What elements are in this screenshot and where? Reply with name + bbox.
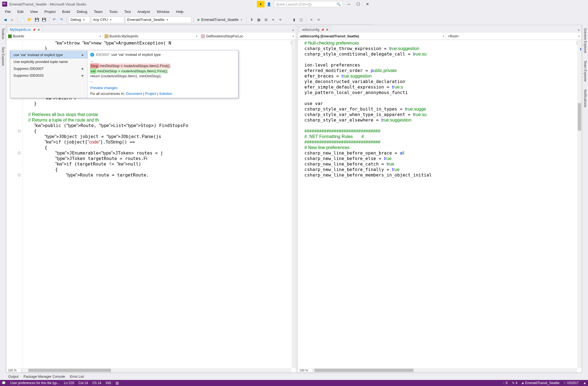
save-all-button[interactable]: 💾 bbox=[41, 17, 47, 23]
fix-document-link[interactable]: Document bbox=[126, 92, 142, 96]
quick-launch-input[interactable]: Quick Launch (Ctrl+Q) 🔍 bbox=[274, 1, 343, 7]
menu-build[interactable]: Build bbox=[59, 9, 73, 15]
open-file-button[interactable]: 📂 bbox=[27, 17, 33, 23]
minimize-button[interactable]: ─ bbox=[346, 1, 352, 7]
menu-help[interactable]: Help bbox=[173, 9, 186, 15]
toolbar-btn-3[interactable]: ⊞ bbox=[263, 17, 269, 23]
save-button[interactable]: 💾 bbox=[34, 17, 40, 23]
platform-dropdown[interactable]: Any CPU▼ bbox=[91, 16, 124, 23]
outline-collapse-icon[interactable]: − bbox=[18, 130, 20, 132]
quick-actions-popup: use 'var' instead of explicit type▶ Use … bbox=[10, 50, 238, 98]
diagnostic-text: use 'var' instead of explicit type bbox=[111, 53, 161, 57]
menu-project[interactable]: Project bbox=[42, 9, 58, 15]
right-nav-bar: .editorconfig (EmeraldTransit_Seattle)▾ … bbox=[298, 33, 372, 40]
pin-icon[interactable]: 📌 bbox=[321, 28, 324, 31]
redo-button[interactable]: ↷ bbox=[58, 17, 64, 23]
toolbar-btn-7[interactable]: ◫ bbox=[298, 17, 304, 23]
right-tab-row: .editorconfig 📌 ✕ ▾ bbox=[298, 25, 372, 33]
nav-file[interactable]: .editorconfig (EmeraldTransit_Seattle)▾ bbox=[298, 33, 372, 40]
start-button[interactable]: ▶EmeraldTransit_Seattle▾ bbox=[195, 16, 244, 23]
startup-dropdown[interactable]: EmeraldTransit_Seattle▼ bbox=[125, 16, 191, 23]
new-project-button[interactable]: 📄 bbox=[20, 17, 26, 23]
user-account-icon[interactable]: 👤 bbox=[266, 1, 272, 7]
preview-changes-link[interactable]: Preview changes bbox=[90, 86, 118, 90]
qa-item-suppress-33[interactable]: Suppress IDE0033▶ bbox=[10, 72, 87, 79]
diagnostic-id: IDE0007 bbox=[96, 53, 110, 57]
menu-bar: File Edit View Project Build Debug Team … bbox=[0, 8, 372, 15]
outline-collapse-icon[interactable]: − bbox=[18, 174, 20, 176]
tab-overflow-button[interactable]: ▾ bbox=[291, 27, 295, 33]
fix-solution-link[interactable]: Solution bbox=[159, 92, 172, 96]
nav-back-button[interactable]: ◀ bbox=[2, 17, 8, 23]
sidebar-toolbox[interactable]: Toolbox bbox=[1, 26, 6, 41]
vertical-scrollbar[interactable] bbox=[292, 40, 296, 244]
outline-collapse-icon[interactable]: − bbox=[18, 152, 20, 154]
menu-tools[interactable]: Tools bbox=[107, 9, 120, 15]
left-sidebar: Toolbox Test Explorer bbox=[0, 25, 6, 244]
nav-class[interactable]: BusInfo.MyStopInfo▾ bbox=[103, 33, 200, 40]
window-title: EmeraldTransit_Seattle - Microsoft Visua… bbox=[9, 2, 86, 6]
menu-debug[interactable]: Debug bbox=[74, 9, 90, 15]
nav-project[interactable]: BusInfo▾ bbox=[6, 33, 103, 40]
menu-edit[interactable]: Edit bbox=[15, 9, 26, 15]
menu-analyze[interactable]: Analyze bbox=[135, 9, 153, 15]
left-tab-row: MyStopInfo.cs 📌 ✕ ▾ bbox=[6, 25, 296, 33]
pin-icon[interactable]: 📌 bbox=[32, 28, 36, 31]
diff-preview: ... Stop minDistStop = routeAndStops.Ite… bbox=[90, 58, 235, 84]
info-icon: i bbox=[90, 53, 94, 57]
menu-window[interactable]: Window bbox=[154, 9, 172, 15]
notification-badge-icon[interactable] bbox=[257, 1, 265, 7]
right-editor-pane: .editorconfig 📌 ✕ ▾ .editorconfig (Emera… bbox=[298, 25, 372, 244]
nav-forward-button[interactable]: ▶ bbox=[9, 17, 15, 23]
right-code-editor[interactable]: # Null-checking preferences csharp_style… bbox=[298, 40, 372, 244]
toolbar-btn-8[interactable]: ≡ bbox=[308, 17, 314, 23]
toolbar-btn-9[interactable]: ≡ bbox=[315, 17, 322, 23]
toolbar-btn-6[interactable]: ▮ bbox=[291, 17, 297, 23]
qa-item-suppress-7[interactable]: Suppress IDE0007▶ bbox=[10, 65, 87, 72]
toolbar-btn-4[interactable]: ≡ bbox=[270, 17, 276, 23]
sidebar-test-explorer[interactable]: Test Explorer bbox=[1, 45, 6, 68]
toolbar-btn-2[interactable]: ▦ bbox=[256, 17, 262, 23]
close-tab-icon[interactable]: ✕ bbox=[37, 28, 40, 32]
toolbar-btn-5[interactable]: ≡ bbox=[277, 17, 283, 23]
vs-logo-icon bbox=[2, 2, 7, 7]
main-toolbar: ◀ ▶ 📄 📂 💾 💾 ↶ ↷ Debug▼ Any CPU▼ EmeraldT… bbox=[0, 15, 372, 24]
config-dropdown[interactable]: Debug▼ bbox=[69, 16, 90, 23]
left-nav-bar: BusInfo▾ BusInfo.MyStopInfo▾ GetRouteAnd… bbox=[6, 33, 296, 40]
nav-member[interactable]: GetRouteAndStopForLoc▾ bbox=[199, 33, 296, 40]
close-tab-icon[interactable]: ✕ bbox=[326, 28, 328, 32]
maximize-button[interactable]: ☐ bbox=[355, 1, 361, 7]
title-bar: EmeraldTransit_Seattle - Microsoft Visua… bbox=[0, 0, 372, 8]
menu-test[interactable]: Test bbox=[121, 9, 134, 15]
tab-editorconfig[interactable]: .editorconfig 📌 ✕ bbox=[299, 26, 331, 33]
close-button[interactable]: ✕ bbox=[365, 1, 370, 7]
menu-file[interactable]: File bbox=[2, 9, 13, 15]
menu-team[interactable]: Team bbox=[91, 9, 105, 15]
tab-mystopinfo[interactable]: MyStopInfo.cs 📌 ✕ bbox=[7, 26, 42, 33]
toolbar-btn-1[interactable]: ⬇ bbox=[249, 17, 255, 23]
menu-view[interactable]: View bbox=[27, 9, 40, 15]
undo-button[interactable]: ↶ bbox=[51, 17, 57, 23]
qa-item-use-var[interactable]: use 'var' instead of explicit type▶ bbox=[10, 51, 87, 58]
fix-all-row: Fix all occurrences in: Document | Proje… bbox=[90, 92, 235, 96]
quick-actions-menu: use 'var' instead of explicit type▶ Use … bbox=[10, 50, 88, 98]
quick-actions-preview: i IDE0007 use 'var' instead of explicit … bbox=[88, 50, 238, 98]
quick-launch-placeholder: Quick Launch (Ctrl+Q) bbox=[276, 2, 312, 6]
qa-item-tuple-name[interactable]: Use explicitly provided tuple name bbox=[10, 58, 87, 65]
search-icon: 🔍 bbox=[336, 2, 341, 6]
fix-project-link[interactable]: Project bbox=[145, 92, 156, 96]
